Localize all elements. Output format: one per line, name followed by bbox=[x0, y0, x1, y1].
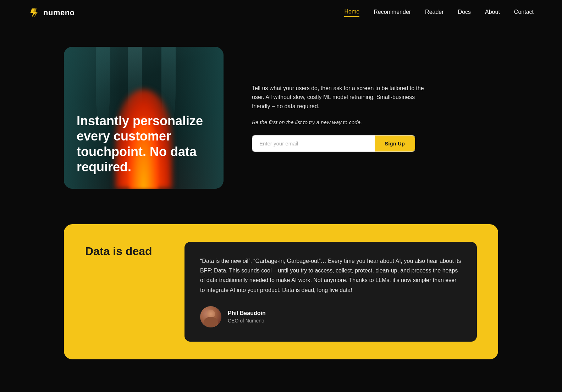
hero-cta-text: Be the first on the list to try a new wa… bbox=[252, 119, 429, 125]
author-row: Phil Beaudoin CEO of Numeno bbox=[200, 306, 461, 327]
hero-right-content: Tell us what your users do, then ask for… bbox=[252, 84, 429, 152]
avatar bbox=[200, 306, 221, 327]
avatar-image bbox=[200, 306, 221, 327]
nav-reader[interactable]: Reader bbox=[425, 9, 443, 17]
hero-visual-card: Instantly personalize every customer tou… bbox=[64, 47, 224, 189]
data-section-title: Data is dead bbox=[85, 242, 163, 258]
author-title: CEO of Numeno bbox=[228, 318, 266, 324]
email-signup-form: Sign Up bbox=[252, 135, 415, 152]
nav-home[interactable]: Home bbox=[344, 9, 359, 17]
hero-description: Tell us what your users do, then ask for… bbox=[252, 84, 429, 111]
data-is-dead-section: Data is dead “Data is the new oil”, “Gar… bbox=[64, 224, 498, 359]
author-info: Phil Beaudoin CEO of Numeno bbox=[228, 310, 266, 324]
nav-recommender[interactable]: Recommender bbox=[374, 9, 411, 17]
lightning-bolt-icon bbox=[28, 7, 40, 18]
quote-card: “Data is the new oil”, “Garbage-in, Garb… bbox=[184, 242, 477, 342]
nav-about[interactable]: About bbox=[485, 9, 500, 17]
signup-button[interactable]: Sign Up bbox=[375, 136, 415, 151]
nav-contact[interactable]: Contact bbox=[514, 9, 534, 17]
brand-name: numeno bbox=[43, 8, 75, 17]
hero-section: Instantly personalize every customer tou… bbox=[0, 26, 562, 210]
nav-links: Home Recommender Reader Docs About Conta… bbox=[344, 9, 534, 17]
hero-card-text: Instantly personalize every customer tou… bbox=[77, 113, 211, 175]
logo[interactable]: numeno bbox=[28, 7, 75, 18]
email-input[interactable] bbox=[252, 136, 375, 151]
nav-docs[interactable]: Docs bbox=[458, 9, 471, 17]
author-name: Phil Beaudoin bbox=[228, 310, 266, 316]
quote-text: “Data is the new oil”, “Garbage-in, Garb… bbox=[200, 256, 461, 295]
hero-heading: Instantly personalize every customer tou… bbox=[77, 113, 211, 175]
navbar: numeno Home Recommender Reader Docs Abou… bbox=[0, 0, 562, 26]
